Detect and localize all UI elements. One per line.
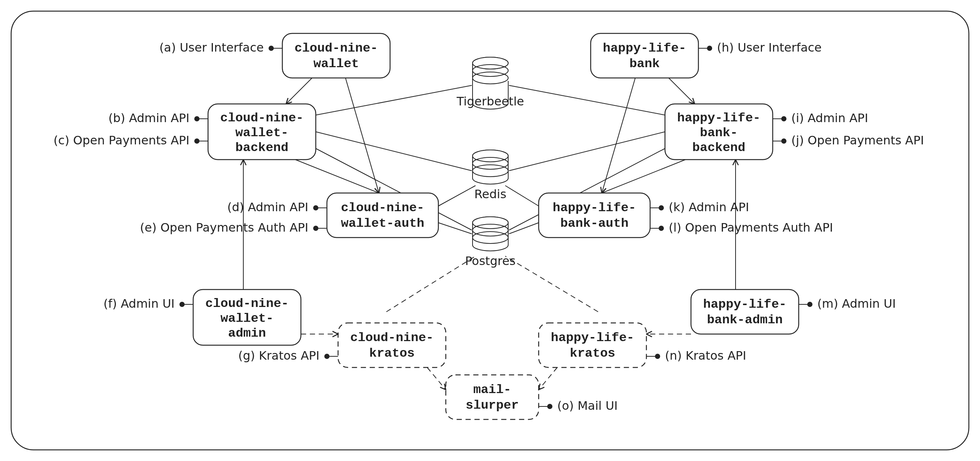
svg-text:happy-life-: happy-life- bbox=[677, 111, 760, 125]
ann-i: (i) Admin API bbox=[773, 111, 868, 125]
svg-rect-43 bbox=[327, 193, 438, 238]
node-happy-life-bank-backend: happy-life- bank- backend bbox=[665, 104, 773, 160]
ann-k: (k) Admin API bbox=[650, 200, 749, 214]
svg-text:(c) Open Payments API: (c) Open Payments API bbox=[54, 133, 189, 147]
svg-text:(g) Kratos API: (g) Kratos API bbox=[238, 349, 320, 363]
svg-text:backend: backend bbox=[692, 141, 746, 155]
svg-text:(m) Admin UI: (m) Admin UI bbox=[817, 296, 896, 311]
ann-g: (g) Kratos API bbox=[238, 349, 338, 363]
svg-line-11 bbox=[438, 185, 476, 206]
svg-text:(d) Admin API: (d) Admin API bbox=[228, 200, 308, 214]
svg-line-8 bbox=[316, 86, 472, 115]
ann-m: (m) Admin UI bbox=[799, 296, 896, 311]
svg-text:bank-auth: bank-auth bbox=[560, 216, 628, 230]
svg-rect-69 bbox=[446, 375, 539, 420]
svg-text:wallet: wallet bbox=[313, 57, 359, 71]
svg-text:kratos: kratos bbox=[369, 346, 415, 360]
tigerbeetle-label: Tigerbeetle bbox=[456, 94, 524, 108]
node-cloud-nine-wallet-auth: cloud-nine- wallet-auth bbox=[327, 193, 438, 238]
ann-a: (a) User Interface bbox=[159, 40, 282, 55]
svg-line-23 bbox=[539, 368, 557, 390]
svg-text:(f) Admin UI: (f) Admin UI bbox=[103, 296, 175, 311]
node-happy-life-bank-auth: happy-life- bank-auth bbox=[539, 193, 650, 238]
svg-line-17 bbox=[509, 223, 539, 234]
svg-text:(j) Open Payments API: (j) Open Payments API bbox=[791, 133, 924, 147]
ann-c: (c) Open Payments API bbox=[54, 133, 208, 147]
ann-j: (j) Open Payments API bbox=[773, 133, 924, 147]
postgres-label: Postgres bbox=[465, 254, 515, 268]
svg-line-4 bbox=[669, 78, 695, 104]
ann-n: (n) Kratos API bbox=[646, 349, 746, 363]
svg-text:happy-life-: happy-life- bbox=[703, 297, 786, 311]
svg-rect-36 bbox=[282, 33, 390, 78]
svg-text:cloud-nine-: cloud-nine- bbox=[220, 111, 304, 125]
svg-line-10 bbox=[316, 132, 472, 171]
svg-text:slurper: slurper bbox=[466, 398, 519, 412]
svg-point-29 bbox=[473, 150, 508, 162]
svg-line-5 bbox=[602, 78, 635, 193]
svg-line-9 bbox=[509, 86, 665, 115]
svg-text:admin: admin bbox=[228, 326, 266, 341]
svg-point-33 bbox=[473, 217, 508, 229]
ann-d: (d) Admin API bbox=[228, 200, 327, 214]
ann-e: (e) Open Payments Auth API bbox=[140, 220, 327, 234]
svg-text:wallet-: wallet- bbox=[221, 311, 274, 326]
node-cloud-nine-kratos: cloud-nine- kratos bbox=[338, 323, 446, 368]
datastore-redis: Redis bbox=[473, 150, 508, 201]
node-happy-life-kratos: happy-life- kratos bbox=[539, 323, 646, 368]
svg-rect-53 bbox=[591, 33, 698, 78]
node-happy-life-bank: happy-life- bank bbox=[591, 33, 698, 78]
svg-text:(l) Open Payments Auth API: (l) Open Payments Auth API bbox=[669, 220, 833, 234]
svg-text:bank-admin: bank-admin bbox=[707, 313, 783, 327]
node-cloud-nine-wallet-backend: cloud-nine- wallet- backend bbox=[208, 104, 316, 160]
svg-line-22 bbox=[427, 368, 446, 390]
svg-text:bank: bank bbox=[629, 57, 660, 71]
redis-label: Redis bbox=[474, 187, 506, 201]
svg-line-15 bbox=[438, 223, 472, 234]
svg-text:cloud-nine-: cloud-nine- bbox=[294, 41, 378, 55]
svg-rect-60 bbox=[539, 193, 650, 238]
svg-rect-63 bbox=[691, 290, 799, 334]
ann-b: (b) Admin API bbox=[108, 111, 208, 125]
node-cloud-nine-wallet-admin: cloud-nine- wallet- admin bbox=[193, 290, 301, 345]
svg-text:happy-life-: happy-life- bbox=[603, 41, 686, 55]
ann-l: (l) Open Payments Auth API bbox=[650, 220, 833, 234]
svg-text:wallet-auth: wallet-auth bbox=[341, 216, 424, 230]
svg-text:(n) Kratos API: (n) Kratos API bbox=[665, 349, 746, 363]
svg-text:(b) Admin API: (b) Admin API bbox=[108, 111, 189, 125]
ann-o: (o) Mail UI bbox=[539, 399, 618, 413]
node-happy-life-bank-admin: happy-life- bank-admin bbox=[691, 290, 799, 334]
svg-text:(o) Mail UI: (o) Mail UI bbox=[557, 399, 618, 413]
node-cloud-nine-wallet: cloud-nine- wallet bbox=[282, 33, 390, 78]
svg-line-20 bbox=[387, 256, 476, 312]
svg-line-1 bbox=[345, 78, 379, 193]
svg-line-0 bbox=[286, 78, 312, 104]
architecture-diagram: Tigerbeetle Redis Postgres cloud-nine- w… bbox=[0, 0, 980, 461]
svg-text:happy-life-: happy-life- bbox=[551, 331, 634, 345]
node-mail-slurper: mail- slurper bbox=[446, 375, 539, 420]
svg-point-25 bbox=[473, 57, 508, 69]
datastore-postgres: Postgres bbox=[465, 217, 515, 268]
svg-text:(a) User Interface: (a) User Interface bbox=[159, 40, 264, 55]
svg-text:cloud-nine-: cloud-nine- bbox=[341, 201, 424, 215]
svg-rect-66 bbox=[539, 323, 646, 368]
ann-h: (h) User Interface bbox=[698, 40, 822, 55]
ann-f: (f) Admin UI bbox=[103, 296, 193, 311]
svg-text:mail-: mail- bbox=[473, 383, 511, 397]
svg-text:(i) Admin API: (i) Admin API bbox=[791, 111, 868, 125]
svg-text:kratos: kratos bbox=[570, 346, 615, 360]
svg-text:wallet-: wallet- bbox=[235, 126, 289, 140]
svg-text:happy-life-: happy-life- bbox=[553, 201, 636, 215]
svg-line-13 bbox=[505, 185, 539, 206]
datastore-tigerbeetle: Tigerbeetle bbox=[456, 57, 524, 109]
svg-line-21 bbox=[505, 256, 598, 312]
svg-rect-50 bbox=[338, 323, 446, 368]
svg-text:(e) Open Payments Auth API: (e) Open Payments Auth API bbox=[140, 220, 308, 234]
svg-text:bank-: bank- bbox=[700, 126, 738, 140]
svg-text:cloud-nine-: cloud-nine- bbox=[350, 331, 434, 345]
svg-line-12 bbox=[509, 132, 665, 171]
svg-text:cloud-nine-: cloud-nine- bbox=[205, 296, 289, 311]
svg-text:(h) User Interface: (h) User Interface bbox=[717, 40, 822, 55]
svg-text:backend: backend bbox=[235, 141, 289, 155]
svg-text:(k) Admin API: (k) Admin API bbox=[669, 200, 749, 214]
